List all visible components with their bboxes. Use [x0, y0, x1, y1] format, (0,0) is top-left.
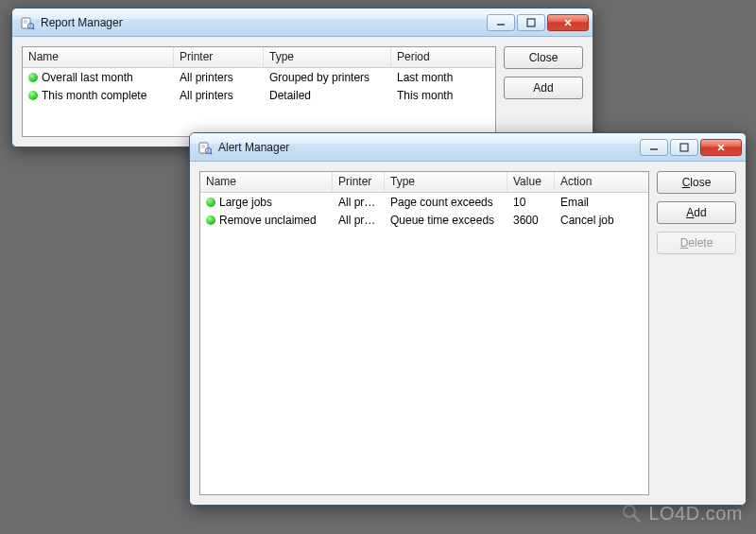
col-printer[interactable]: Printer	[174, 47, 264, 67]
table-row[interactable]: Remove unclaimed All pr… Queue time exce…	[200, 211, 648, 229]
col-type[interactable]: Type	[264, 47, 391, 67]
titlebar[interactable]: Alert Manager	[190, 133, 746, 162]
cell-type: Grouped by printers	[264, 70, 391, 85]
client-area: Name Printer Type Period Overall last mo…	[12, 37, 593, 146]
add-button[interactable]: Add	[657, 201, 736, 224]
cell-type: Detailed	[264, 88, 391, 103]
app-icon	[198, 140, 213, 155]
svg-rect-6	[527, 19, 535, 26]
status-active-icon	[206, 215, 215, 225]
app-icon	[20, 15, 35, 30]
window-title: Report Manager	[41, 16, 487, 29]
minimize-button[interactable]	[487, 14, 515, 31]
minimize-button[interactable]	[640, 139, 668, 156]
svg-line-11	[211, 152, 213, 154]
client-area: Name Printer Type Value Action Large job…	[190, 162, 746, 505]
table-row[interactable]: This month complete All printers Detaile…	[23, 86, 495, 104]
window-controls	[487, 14, 589, 31]
svg-rect-15	[680, 144, 688, 151]
close-window-button[interactable]	[547, 14, 589, 31]
status-active-icon	[28, 91, 38, 100]
cell-name: Overall last month	[42, 71, 133, 84]
alert-list[interactable]: Name Printer Type Value Action Large job…	[199, 171, 649, 495]
mnemonic: Delete	[680, 236, 713, 250]
report-list[interactable]: Name Printer Type Period Overall last mo…	[22, 46, 496, 137]
window-controls	[640, 139, 742, 156]
mnemonic: Close	[682, 176, 712, 189]
list-body: Large jobs All pr… Page count exceeds 10…	[200, 193, 648, 494]
list-header[interactable]: Name Printer Type Value Action	[200, 172, 648, 193]
cell-printer: All printers	[174, 70, 264, 85]
col-name[interactable]: Name	[200, 172, 333, 192]
cell-name: Large jobs	[219, 196, 272, 209]
table-row[interactable]: Overall last month All printers Grouped …	[23, 68, 495, 86]
mnemonic: Add	[686, 206, 706, 219]
cell-action: Email	[555, 195, 648, 210]
col-value[interactable]: Value	[507, 172, 555, 192]
maximize-button[interactable]	[517, 14, 545, 31]
table-row[interactable]: Large jobs All pr… Page count exceeds 10…	[200, 193, 648, 211]
cell-printer: All pr…	[333, 213, 385, 228]
col-printer[interactable]: Printer	[333, 172, 385, 192]
close-window-button[interactable]	[700, 139, 742, 156]
svg-line-2	[33, 27, 35, 29]
cell-action: Cancel job	[555, 213, 648, 228]
close-button[interactable]: Close	[657, 171, 736, 194]
status-active-icon	[206, 198, 215, 207]
cell-type: Page count exceeds	[385, 195, 507, 210]
cell-value: 3600	[507, 213, 555, 228]
cell-printer: All printers	[174, 88, 264, 103]
col-name[interactable]: Name	[23, 47, 174, 67]
list-header[interactable]: Name Printer Type Period	[23, 47, 495, 68]
col-type[interactable]: Type	[385, 172, 507, 192]
alert-manager-window: Alert Manager Name Printer Type Value	[189, 132, 747, 506]
cell-period: This month	[391, 88, 495, 103]
report-manager-window: Report Manager Name Printer Type Period	[11, 8, 593, 147]
cell-name: This month complete	[42, 89, 146, 102]
titlebar[interactable]: Report Manager	[12, 9, 593, 37]
maximize-button[interactable]	[670, 139, 698, 156]
cell-type: Queue time exceeds	[385, 213, 507, 228]
watermark-text: LO4D.com	[648, 503, 743, 524]
add-button[interactable]: Add	[504, 77, 583, 99]
svg-line-19	[634, 516, 639, 521]
cell-name: Remove unclaimed	[219, 214, 317, 227]
cell-value: 10	[507, 195, 555, 210]
col-period[interactable]: Period	[391, 47, 495, 67]
cell-period: Last month	[391, 70, 495, 85]
cell-printer: All pr…	[333, 195, 385, 210]
magnifier-icon	[622, 503, 646, 524]
col-action[interactable]: Action	[555, 172, 648, 192]
list-body: Overall last month All printers Grouped …	[23, 68, 495, 136]
close-button[interactable]: Close	[504, 46, 583, 69]
status-active-icon	[28, 73, 38, 82]
button-column: Close Add Delete	[657, 171, 736, 495]
delete-button: Delete	[657, 232, 736, 254]
watermark: LO4D.com	[622, 503, 743, 525]
button-column: Close Add	[504, 46, 583, 137]
window-title: Alert Manager	[218, 141, 640, 154]
